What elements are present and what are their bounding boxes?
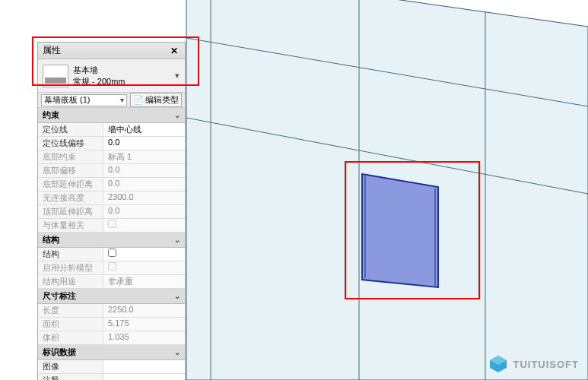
svg-marker-6 <box>362 174 438 287</box>
type-family-label: 基本墙 <box>73 65 173 75</box>
properties-header: 属性 ✕ <box>38 43 185 59</box>
section-dimensions[interactable]: 尺寸标注 ⌄ <box>38 289 185 304</box>
prop-value[interactable] <box>103 248 185 261</box>
section-structural[interactable]: 结构 ⌄ <box>38 233 185 248</box>
prop-value[interactable]: 0.0 <box>103 137 185 150</box>
prop-row: 顶部延伸距离0.0 <box>38 205 185 219</box>
watermark: TUITUISOFT <box>488 354 579 374</box>
checkbox[interactable] <box>108 249 116 257</box>
prop-row: 图像 <box>38 360 185 374</box>
prop-row: 定位线墙中心线 <box>38 123 185 137</box>
prop-value: 标高 1 <box>103 150 185 163</box>
section-title: 约束 <box>43 109 59 121</box>
chevron-down-icon: ▾ <box>120 96 124 104</box>
section-title: 尺寸标注 <box>43 290 76 302</box>
prop-row: 注释 <box>38 374 185 380</box>
prop-value <box>103 261 185 274</box>
prop-row: 结构用途非承重 <box>38 275 185 289</box>
type-name-label: 常规 - 200mm <box>73 76 173 87</box>
prop-value: 1.035 <box>103 331 185 344</box>
prop-label: 与体量相关 <box>38 219 103 232</box>
type-selector-text: 基本墙 常规 - 200mm <box>73 65 173 87</box>
section-identity[interactable]: 标识数据 ⌄ <box>38 345 185 360</box>
prop-value: 0.0 <box>103 178 185 191</box>
section-title: 结构 <box>43 234 59 245</box>
prop-label: 顶部延伸距离 <box>38 205 103 218</box>
watermark-text: TUITUISOFT <box>513 359 579 370</box>
prop-row: 底部偏移0.0 <box>38 164 185 178</box>
prop-label: 注释 <box>38 374 103 380</box>
instance-selector-row: 幕墙嵌板 (1) ▾ 📄 编辑类型 <box>38 93 185 108</box>
prop-row: 底部延伸距离0.0 <box>38 178 185 192</box>
section-title: 标识数据 <box>43 347 76 358</box>
edit-type-label: 编辑类型 <box>145 94 179 106</box>
prop-label: 底部偏移 <box>38 164 103 177</box>
prop-label: 体积 <box>38 331 103 344</box>
prop-value: 2250.0 <box>103 304 185 317</box>
collapse-icon[interactable]: ⌄ <box>174 348 180 356</box>
prop-row: 结构 <box>38 248 185 261</box>
type-selector[interactable]: 基本墙 常规 - 200mm ▾ <box>38 59 185 93</box>
prop-label: 面积 <box>38 318 103 331</box>
properties-title: 属性 <box>43 44 61 57</box>
edit-type-button[interactable]: 📄 编辑类型 <box>130 93 182 107</box>
prop-value: 0.0 <box>103 205 185 218</box>
prop-value[interactable] <box>103 360 185 373</box>
prop-value: 5.175 <box>103 318 185 331</box>
prop-label: 底部延伸距离 <box>38 178 103 191</box>
prop-row: 无连接高度2300.0 <box>38 192 185 205</box>
collapse-icon[interactable]: ⌄ <box>174 236 180 244</box>
type-thumbnail-icon <box>43 65 68 87</box>
checkbox <box>108 220 116 228</box>
prop-value: 非承重 <box>103 275 185 288</box>
prop-value: 0.0 <box>103 164 185 177</box>
instance-filter-dropdown[interactable]: 幕墙嵌板 (1) ▾ <box>41 94 127 106</box>
instance-filter-label: 幕墙嵌板 (1) <box>44 94 91 106</box>
prop-label: 结构用途 <box>38 275 103 288</box>
checkbox <box>108 262 116 271</box>
selected-panel <box>362 174 438 287</box>
collapse-icon[interactable]: ⌄ <box>174 111 180 119</box>
prop-row: 体积1.035 <box>38 331 185 345</box>
chevron-down-icon[interactable]: ▾ <box>173 71 182 81</box>
prop-value: 2300.0 <box>103 192 185 204</box>
prop-label: 结构 <box>38 248 103 261</box>
prop-value[interactable]: 墙中心线 <box>103 123 185 136</box>
prop-value <box>103 219 185 232</box>
properties-grid: 约束 ⌄ 定位线墙中心线 定位线偏移0.0 底部约束标高 1 底部偏移0.0 底… <box>38 108 185 380</box>
prop-label: 底部约束 <box>38 150 103 163</box>
prop-value[interactable] <box>103 374 185 380</box>
prop-row: 定位线偏移0.0 <box>38 137 185 150</box>
prop-row: 启用分析模型 <box>38 261 185 275</box>
prop-row: 长度2250.0 <box>38 304 185 318</box>
prop-row: 底部约束标高 1 <box>38 150 185 164</box>
prop-label: 启用分析模型 <box>38 261 103 274</box>
close-icon[interactable]: ✕ <box>168 46 180 56</box>
properties-palette: 属性 ✕ 基本墙 常规 - 200mm ▾ 幕墙嵌板 (1) ▾ 📄 编辑类型 … <box>37 42 186 380</box>
edit-type-icon: 📄 <box>133 95 144 105</box>
section-constraints[interactable]: 约束 ⌄ <box>38 108 185 123</box>
prop-label: 长度 <box>38 304 103 317</box>
watermark-logo-icon <box>488 354 508 374</box>
prop-row: 与体量相关 <box>38 219 185 233</box>
collapse-icon[interactable]: ⌄ <box>174 292 180 300</box>
prop-label: 无连接高度 <box>38 192 103 204</box>
prop-label: 图像 <box>38 360 103 373</box>
prop-label: 定位线偏移 <box>38 137 103 150</box>
prop-row: 面积5.175 <box>38 318 185 331</box>
prop-label: 定位线 <box>38 123 103 136</box>
